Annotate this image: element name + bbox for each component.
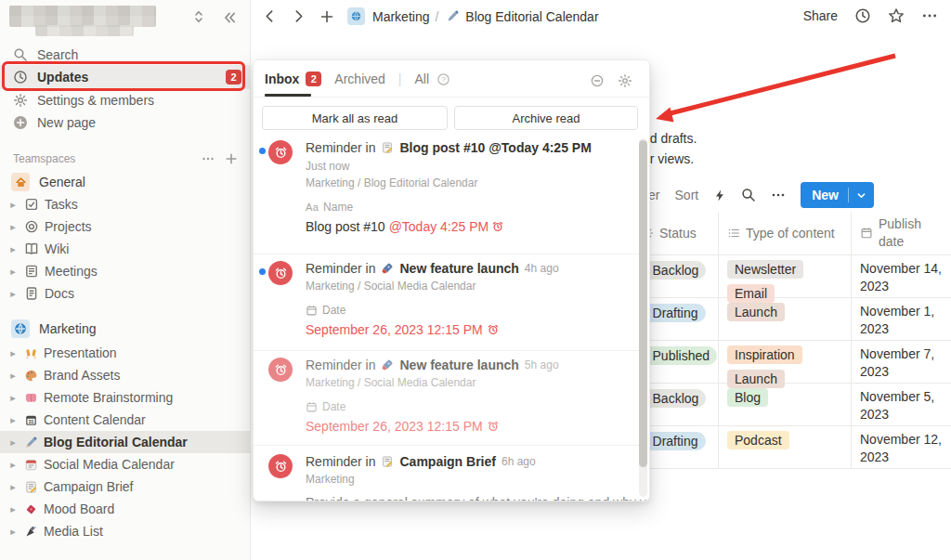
breadcrumb-parent[interactable]: Marketing <box>372 9 429 24</box>
sort-button[interactable]: Sort <box>675 188 699 202</box>
chevron-right-icon[interactable]: ▸ <box>7 459 19 471</box>
automation-bolt-icon[interactable] <box>713 189 726 202</box>
share-button[interactable]: Share <box>803 8 838 23</box>
archive-read-button[interactable]: Archive read <box>454 106 638 130</box>
unread-filter-icon[interactable] <box>590 73 605 88</box>
publish-date-cell[interactable]: November 12, 2023 <box>852 426 951 468</box>
chevron-right-icon[interactable]: ▸ <box>7 414 19 426</box>
collapse-sidebar-icon[interactable] <box>221 9 238 26</box>
sidebar-item-updates[interactable]: Updates 2 <box>0 65 251 89</box>
reminder-date[interactable]: September 26, 2023 12:15 PM <box>306 322 483 337</box>
publish-date-cell[interactable]: November 7, 2023 <box>852 341 951 383</box>
more-icon[interactable] <box>921 7 938 24</box>
notification-page-title[interactable]: Blog post #10 @Today 4:25 PM <box>399 140 591 155</box>
notification-page-title[interactable]: Campaign Brief <box>399 454 495 469</box>
gear-icon[interactable] <box>618 73 632 88</box>
sidebar-item-content-calendar[interactable]: ▸ 31 Content Calendar <box>0 409 251 431</box>
chevron-right-icon[interactable]: ▸ <box>7 243 19 255</box>
sidebar-item-mood-board[interactable]: ▸ Mood Board <box>0 498 251 520</box>
notification-item[interactable]: Reminder in Blog post #10 @Today 4:25 PM… <box>254 140 642 252</box>
history-clock-icon[interactable] <box>854 7 871 24</box>
sidebar-item-remote-brainstorming[interactable]: ▸ Remote Brainstorming <box>0 386 251 409</box>
sidebar-item-social-media-calendar[interactable]: ▸ Social Media Calendar <box>0 453 251 475</box>
more-icon[interactable] <box>771 188 786 202</box>
type-pill[interactable]: Blog <box>727 388 768 407</box>
sidebar-item-marketing[interactable]: Marketing <box>0 318 251 340</box>
type-pill[interactable]: Inspiration <box>727 345 802 364</box>
publish-date-cell[interactable]: November 5, 2023 <box>852 384 951 425</box>
sidebar-item-general[interactable]: General <box>0 171 251 193</box>
sidebar-item-brand-assets[interactable]: ▸ Brand Assets <box>0 364 251 386</box>
sidebar-item-tasks[interactable]: ▸ Tasks <box>0 193 251 215</box>
notification-item[interactable]: Reminder in Campaign Brief 6h ago Market… <box>254 454 642 501</box>
status-pill[interactable]: ▸Backlog <box>641 261 706 280</box>
add-tab-icon[interactable] <box>319 9 334 24</box>
publish-date-cell[interactable]: November 14, 2023 <box>852 255 951 297</box>
sidebar-item-label: Marketing <box>39 321 96 336</box>
mark-all-read-button[interactable]: Mark all as read <box>262 106 448 130</box>
help-circle-icon[interactable]: ? <box>436 72 450 86</box>
notification-page-title[interactable]: New feature launch <box>399 261 518 276</box>
plus-icon[interactable] <box>225 152 238 165</box>
sidebar-item-media-list[interactable]: ▸ Media List <box>0 520 251 542</box>
table-row[interactable]: ▸Backlog Blog November 5, 2023 <box>613 384 951 426</box>
chevron-right-icon[interactable]: ▸ <box>7 288 19 300</box>
sidebar-item-campaign-brief[interactable]: ▸ Campaign Brief <box>0 475 251 498</box>
notification-item[interactable]: Reminder in New feature launch 4h ago Ma… <box>254 261 642 343</box>
column-header-type[interactable]: Type of content <box>719 212 852 254</box>
reminder-alarm-icon <box>268 140 293 164</box>
type-pill[interactable]: Podcast <box>727 431 789 449</box>
expand-workspace-icon[interactable] <box>191 9 206 24</box>
forward-icon[interactable] <box>291 8 306 24</box>
sidebar-item-presentation[interactable]: ▸ Presentation <box>0 342 251 364</box>
chevron-right-icon[interactable]: ▸ <box>7 526 19 538</box>
chevron-right-icon[interactable]: ▸ <box>7 199 19 211</box>
date-mention[interactable]: @Today 4:25 PM <box>389 219 489 234</box>
chevron-right-icon[interactable]: ▸ <box>7 481 19 493</box>
sidebar-item-meetings[interactable]: ▸ Meetings <box>0 260 251 282</box>
new-button[interactable]: New <box>801 182 874 208</box>
table-row[interactable]: ▸Drafting Launch November 1, 2023 <box>613 298 951 341</box>
popup-scrollbar-thumb[interactable] <box>639 140 647 467</box>
status-pill[interactable]: ▸Published <box>641 346 717 365</box>
notification-page-title[interactable]: New feature launch <box>399 358 518 372</box>
sidebar-item-new-page[interactable]: New page <box>0 111 251 134</box>
chevron-right-icon[interactable]: ▸ <box>7 266 19 278</box>
status-pill[interactable]: ▸Drafting <box>641 304 706 322</box>
chevron-right-icon[interactable]: ▸ <box>7 436 19 449</box>
back-icon[interactable] <box>262 8 278 24</box>
search-icon[interactable] <box>741 188 756 202</box>
table-row[interactable]: ▸Drafting Podcast November 12, 2023 <box>613 426 951 469</box>
type-pill[interactable]: Newsletter <box>727 260 803 279</box>
rocket-icon <box>381 358 394 371</box>
status-pill[interactable]: ▸Backlog <box>641 389 706 408</box>
chevron-right-icon[interactable]: ▸ <box>7 392 19 404</box>
column-header-publish-date[interactable]: Publish date <box>852 212 951 254</box>
tab-inbox[interactable]: Inbox 2 <box>265 72 321 86</box>
table-row[interactable]: ▸Published Inspiration Launch November 7… <box>613 341 951 384</box>
chevron-right-icon[interactable]: ▸ <box>7 221 19 233</box>
tab-archived[interactable]: Archived <box>334 72 384 86</box>
table-row[interactable]: ▸Backlog Newsletter Email November 14, 2… <box>613 255 951 298</box>
chevron-right-icon[interactable]: ▸ <box>7 347 19 359</box>
sidebar-item-projects[interactable]: ▸ Projects <box>0 215 251 238</box>
palette-icon <box>24 369 38 383</box>
status-pill[interactable]: ▸Drafting <box>641 432 706 450</box>
chevron-down-icon[interactable] <box>849 190 874 201</box>
sidebar-item-wiki[interactable]: ▸ Wiki <box>0 238 251 260</box>
reminder-alarm-icon <box>268 358 293 382</box>
sidebar-item-docs[interactable]: ▸ Docs <box>0 282 251 305</box>
more-icon[interactable] <box>201 151 215 166</box>
sidebar-item-blog-editorial-calendar[interactable]: ▸ Blog Editorial Calendar <box>0 431 251 453</box>
sidebar-item-search[interactable]: Search <box>0 44 251 66</box>
breadcrumb-page[interactable]: Blog Editorial Calendar <box>465 9 598 24</box>
tab-all[interactable]: All <box>414 72 429 86</box>
chevron-right-icon[interactable]: ▸ <box>7 503 19 515</box>
chevron-right-icon[interactable]: ▸ <box>7 370 19 382</box>
notification-item[interactable]: Reminder in New feature launch 5h ago Ma… <box>254 358 642 439</box>
star-icon[interactable] <box>888 7 905 24</box>
sidebar-item-settings[interactable]: Settings & members <box>0 89 251 111</box>
reminder-date[interactable]: September 26, 2023 12:15 PM <box>306 419 483 434</box>
publish-date-cell[interactable]: November 1, 2023 <box>852 298 951 340</box>
type-pill[interactable]: Launch <box>727 303 785 321</box>
